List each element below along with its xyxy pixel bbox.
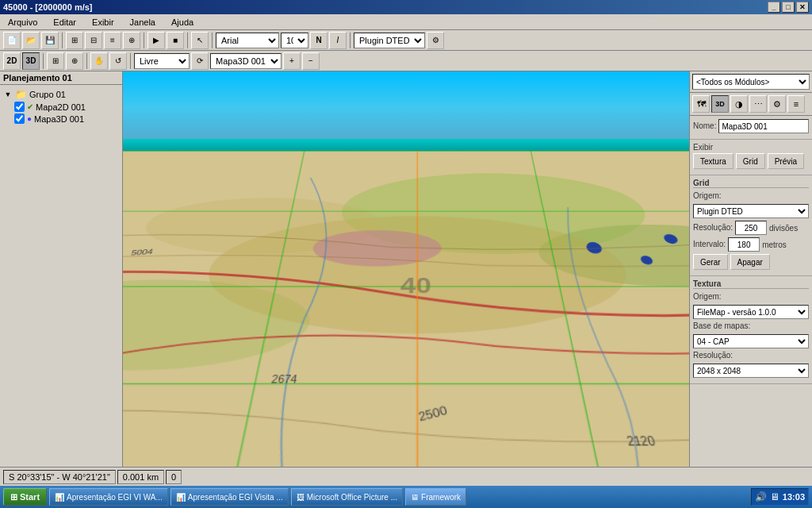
apagar-btn[interactable]: Apagar xyxy=(730,254,770,270)
view-combo[interactable]: Livre xyxy=(134,53,190,69)
stop-btn[interactable]: ■ xyxy=(167,32,184,49)
tb-btn1[interactable]: ⊞ xyxy=(66,32,83,49)
status-bar: S 20°33'15" - W 40°21'21" 0.001 km 0 xyxy=(0,467,812,486)
origem-combo[interactable]: Plugin DTED xyxy=(693,204,809,218)
minimize-btn[interactable]: _ xyxy=(768,2,780,13)
zoom-out-btn[interactable]: − xyxy=(302,52,320,70)
bold-btn[interactable]: N xyxy=(310,32,327,49)
taskbar-icon-3: 🖥 xyxy=(411,493,419,502)
italic-btn[interactable]: I xyxy=(329,32,347,49)
module-combo[interactable]: <Todos os Módulos> xyxy=(692,74,810,90)
taskbar-label-2: Microsoft Office Picture ... xyxy=(307,493,397,502)
previa-btn[interactable]: Prévia xyxy=(768,153,804,169)
origem-row: Origem: xyxy=(693,191,809,202)
gerar-btn[interactable]: Gerar xyxy=(693,254,728,270)
maximize-btn[interactable]: □ xyxy=(782,2,795,13)
menu-arquivo[interactable]: Arquivo xyxy=(3,16,42,29)
start-button[interactable]: ⊞ Start xyxy=(3,488,47,506)
map-3d-wrapper: 5004 2674 2500 40 2120 2120 xyxy=(123,151,689,467)
coords-display: S 20°33'15" - W 40°21'21" xyxy=(3,470,116,484)
size-combo[interactable]: 10 xyxy=(281,33,308,48)
textura-btn[interactable]: Textura xyxy=(693,153,733,169)
tree-item-mapa3d[interactable]: ● Mapa3D 001 xyxy=(3,113,119,125)
grid-view-btn[interactable]: Grid xyxy=(736,153,765,169)
plugin-btn[interactable]: ⚙ xyxy=(427,32,444,49)
sep1 xyxy=(62,33,63,48)
open-btn[interactable]: 📂 xyxy=(22,32,40,49)
refresh-btn[interactable]: ⟳ xyxy=(191,52,209,70)
mapa3d-checkbox[interactable] xyxy=(14,114,25,124)
right-icon-toolbar: 🗺 3D ◑ ⋯ ⚙ ≡ xyxy=(690,93,812,116)
right-map-icon-btn[interactable]: 🗺 xyxy=(692,95,710,113)
cursor-btn[interactable]: ↖ xyxy=(191,32,209,49)
resolucao-input[interactable] xyxy=(735,221,767,235)
taskbar-item-3[interactable]: 🖥 Framework xyxy=(405,488,466,506)
rotate-btn[interactable]: ↺ xyxy=(109,52,127,70)
taskbar-label-0: Apresentação EGI VI WA... xyxy=(67,493,163,502)
tex-origem-combo-row: FileMap - versão 1.0.0 xyxy=(693,305,809,319)
zoom-in-btn[interactable]: + xyxy=(283,52,301,70)
res-label: Resolução: xyxy=(693,351,733,360)
right-settings-icon-btn[interactable]: ⚙ xyxy=(768,95,786,113)
taskbar-item-2[interactable]: 🖼 Microsoft Office Picture ... xyxy=(291,488,403,506)
module-row: <Todos os Módulos> xyxy=(690,71,812,93)
exibir-section: Exibir Textura Grid Prévia xyxy=(690,140,812,175)
right-panel: <Todos os Módulos> 🗺 3D ◑ ⋯ ⚙ ≡ Nome: Ex… xyxy=(689,71,812,467)
play-btn[interactable]: ▶ xyxy=(147,32,165,49)
tex-origem-row: Origem: xyxy=(693,292,809,302)
tb-btn3[interactable]: ≡ xyxy=(104,32,121,49)
tray-network-icon: 🔊 xyxy=(755,491,767,502)
menu-editar[interactable]: Editar xyxy=(48,16,81,29)
btn-2d[interactable]: 2D xyxy=(3,52,21,70)
close-btn[interactable]: ✕ xyxy=(796,2,809,13)
tree-label-mapa3d: Mapa3D 001 xyxy=(34,114,84,124)
mapa2d-checkbox[interactable] xyxy=(14,102,25,112)
save-btn[interactable]: 💾 xyxy=(41,32,59,49)
right-3d-icon-btn[interactable]: 3D xyxy=(711,95,729,113)
grid-section: Grid Origem: Plugin DTED Resolução: divi… xyxy=(690,175,812,276)
axis-btn[interactable]: ⊕ xyxy=(66,52,83,70)
menu-exibir[interactable]: Exibir xyxy=(87,16,119,29)
new-btn[interactable]: 📄 xyxy=(3,32,21,49)
tex-origem-combo[interactable]: FileMap - versão 1.0.0 xyxy=(693,305,809,319)
exibir-btns: Textura Grid Prévia xyxy=(693,153,809,169)
taskbar-label-1: Apresentação EGI Visita ... xyxy=(188,493,283,502)
base-mapas-combo[interactable]: 04 - CAP xyxy=(693,334,809,348)
tex-origem-label: Origem: xyxy=(693,292,722,301)
map-viewport[interactable]: 5004 2674 2500 40 2120 2120 xyxy=(123,71,689,467)
right-layers-icon-btn[interactable]: ◑ xyxy=(730,95,748,113)
tree-item-mapa2d[interactable]: ✔ Mapa2D 001 xyxy=(3,101,119,113)
exibir-label: Exibir xyxy=(693,143,809,152)
origem-combo-row: Plugin DTED xyxy=(693,204,809,218)
name-input[interactable] xyxy=(718,119,809,133)
title-bar: 45000 - [2000000 m/s] _ □ ✕ xyxy=(0,0,812,14)
move-btn[interactable]: ✋ xyxy=(90,52,108,70)
taskbar-item-0[interactable]: 📊 Apresentação EGI VI WA... xyxy=(49,488,168,506)
sep8 xyxy=(130,53,131,69)
res-combo-row: 2048 x 2048 xyxy=(693,364,809,378)
menu-janela[interactable]: Janela xyxy=(125,16,160,29)
res-row: Resolução: xyxy=(693,351,809,361)
taskbar-icon-0: 📊 xyxy=(55,493,64,502)
font-combo[interactable]: Arial xyxy=(216,33,279,48)
map-combo[interactable]: Mapa3D 001 xyxy=(210,53,282,69)
res-combo[interactable]: 2048 x 2048 xyxy=(693,364,809,378)
menu-ajuda[interactable]: Ajuda xyxy=(167,16,198,29)
value-display: 0 xyxy=(166,470,182,484)
btn-3d[interactable]: 3D xyxy=(22,52,40,70)
right-more-icon-btn[interactable]: ≡ xyxy=(787,95,805,113)
taskbar-item-1[interactable]: 📊 Apresentação EGI Visita ... xyxy=(170,488,289,506)
intervalo-row: Intervalo: metros xyxy=(693,237,809,252)
intervalo-input[interactable] xyxy=(728,237,760,252)
tb-btn2[interactable]: ⊟ xyxy=(85,32,102,49)
tree-item-grupo[interactable]: ▼ 📁 Grupo 01 xyxy=(3,88,119,101)
name-row: Nome: xyxy=(693,119,809,133)
plugin-combo[interactable]: Plugin DTED xyxy=(354,33,425,48)
mapa2d-icon: ✔ xyxy=(27,102,33,111)
right-dots-icon-btn[interactable]: ⋯ xyxy=(749,95,767,113)
grid-btn[interactable]: ⊞ xyxy=(47,52,64,70)
sep4 xyxy=(212,33,213,48)
tb-btn4[interactable]: ⊕ xyxy=(123,32,140,49)
name-section: Nome: xyxy=(690,116,812,140)
textura-section: Textura Origem: FileMap - versão 1.0.0 B… xyxy=(690,276,812,384)
